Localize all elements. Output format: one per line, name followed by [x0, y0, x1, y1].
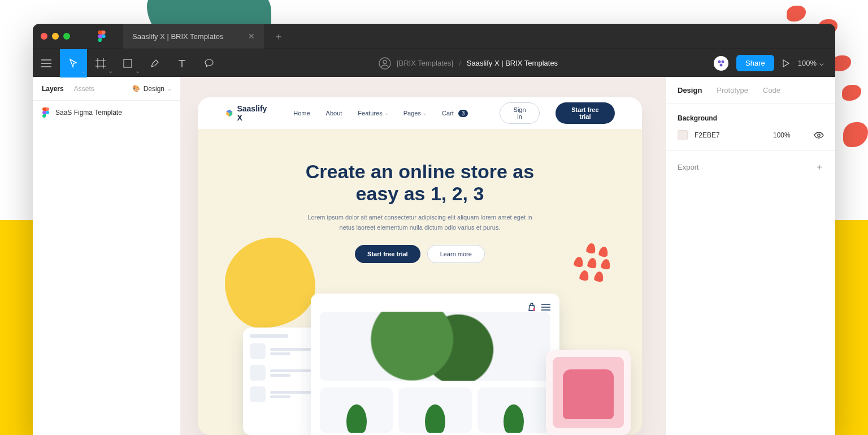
nav-home[interactable]: Home	[293, 110, 310, 117]
decorative-coral-dot	[843, 122, 868, 147]
svg-point-8	[533, 308, 535, 311]
start-trial-nav-button[interactable]: Start free trial	[555, 102, 615, 124]
export-section: Export ＋	[666, 151, 835, 183]
export-label: Export	[678, 163, 699, 171]
maximize-window-button[interactable]	[63, 33, 70, 40]
comment-tool[interactable]	[196, 49, 223, 77]
chevron-down-icon: ⌵	[819, 59, 824, 67]
cta-secondary-button[interactable]: Learn more	[427, 245, 485, 263]
background-section: Background F2EBE7 100%	[666, 104, 835, 151]
bag-icon	[528, 303, 536, 312]
design-frame[interactable]: Saaslify X Home About Features⌵ Pages⌵ C…	[198, 97, 642, 435]
canvas[interactable]: Saaslify X Home About Features⌵ Pages⌵ C…	[181, 77, 666, 435]
shape-tool[interactable]	[114, 49, 141, 77]
layer-label: SaaS Figma Template	[55, 109, 122, 117]
mockup-product-thumb	[320, 387, 393, 433]
breadcrumb: [BRIX Templates] / Saaslify X | BRIX Tem…	[223, 57, 714, 70]
site-nav: Saaslify X Home About Features⌵ Pages⌵ C…	[198, 97, 642, 129]
mockup-main-card	[311, 294, 559, 435]
nav-about[interactable]: About	[326, 110, 342, 117]
pages-dropdown[interactable]: 🎨 Design	[132, 85, 171, 93]
menu-button[interactable]	[33, 49, 60, 77]
code-tab[interactable]: Code	[763, 86, 780, 94]
logo-icon	[225, 109, 233, 118]
svg-point-5	[722, 60, 724, 63]
design-tab[interactable]: Design	[678, 86, 702, 94]
pen-tool[interactable]	[141, 49, 168, 77]
minimize-window-button[interactable]	[52, 33, 59, 40]
text-tool[interactable]	[168, 49, 196, 77]
decorative-coral-dot	[842, 85, 861, 101]
background-hex[interactable]: F2EBE7	[695, 131, 766, 139]
cta-primary-button[interactable]: Start free trial	[355, 245, 420, 263]
nav-pages[interactable]: Pages⌵	[403, 110, 426, 117]
zoom-value: 100%	[798, 59, 817, 67]
right-panel: Design Prototype Code Background F2EBE7 …	[666, 77, 835, 435]
color-swatch[interactable]	[678, 130, 688, 140]
figma-window: Saaslify X | BRIX Templates ✕ ＋	[33, 24, 835, 435]
mockup-product-thumb	[478, 387, 550, 433]
window-controls	[41, 33, 70, 40]
team-name[interactable]: [BRIX Templates]	[397, 59, 453, 67]
svg-point-4	[718, 60, 721, 63]
decorative-coral-dot	[787, 6, 806, 21]
hero-mockups	[243, 294, 631, 435]
hero-headline: Create an online store as easy as 1, 2, …	[301, 161, 539, 205]
svg-point-6	[720, 63, 723, 66]
prototype-tab[interactable]: Prototype	[717, 86, 748, 94]
figma-page-icon	[42, 107, 50, 118]
user-icon	[379, 57, 391, 70]
left-panel: Layers Assets 🎨 Design SaaS Figma Templa…	[33, 77, 181, 435]
svg-point-7	[46, 111, 49, 114]
window-titlebar: Saaslify X | BRIX Templates ✕ ＋	[33, 24, 835, 49]
figma-logo-icon	[97, 31, 106, 42]
mockup-armchair-image	[553, 357, 624, 428]
new-tab-button[interactable]: ＋	[268, 29, 289, 43]
present-button[interactable]	[782, 59, 790, 68]
svg-point-0	[102, 35, 106, 38]
background-heading: Background	[678, 114, 824, 122]
layer-row[interactable]: SaaS Figma Template	[33, 101, 180, 124]
share-button[interactable]: Share	[736, 55, 774, 71]
add-export-button[interactable]: ＋	[815, 161, 824, 173]
sign-in-button[interactable]: Sign in	[500, 102, 540, 124]
background-opacity[interactable]: 100%	[773, 131, 807, 139]
close-window-button[interactable]	[41, 33, 47, 40]
svg-rect-1	[124, 59, 132, 67]
close-tab-icon[interactable]: ✕	[248, 32, 255, 41]
toolbar: [BRIX Templates] / Saaslify X | BRIX Tem…	[33, 49, 835, 77]
hamburger-icon	[541, 304, 550, 311]
mockup-hero-image	[320, 312, 550, 381]
mockup-product-card	[546, 350, 631, 435]
site-logo: Saaslify X	[225, 104, 273, 122]
frame-tool[interactable]	[87, 49, 114, 77]
hero-subtext: Lorem ipsum dolor sit amet consectetur a…	[307, 213, 533, 232]
visibility-toggle-icon[interactable]	[814, 132, 824, 139]
user-avatar[interactable]	[714, 56, 728, 71]
nav-cart[interactable]: Cart3	[442, 110, 468, 117]
mockup-product-thumb	[398, 387, 471, 433]
file-name[interactable]: Saaslify X | BRIX Templates	[467, 59, 558, 67]
file-tab[interactable]: Saaslify X | BRIX Templates ✕	[123, 24, 264, 49]
zoom-dropdown[interactable]: 100% ⌵	[798, 59, 824, 67]
svg-point-3	[383, 60, 387, 63]
decorative-coral-arches	[570, 243, 615, 288]
svg-point-9	[818, 134, 820, 136]
file-tab-title: Saaslify X | BRIX Templates	[132, 32, 223, 41]
layers-tab[interactable]: Layers	[42, 85, 64, 93]
nav-features[interactable]: Features⌵	[358, 110, 387, 117]
move-tool[interactable]	[60, 49, 87, 77]
assets-tab[interactable]: Assets	[74, 85, 94, 93]
